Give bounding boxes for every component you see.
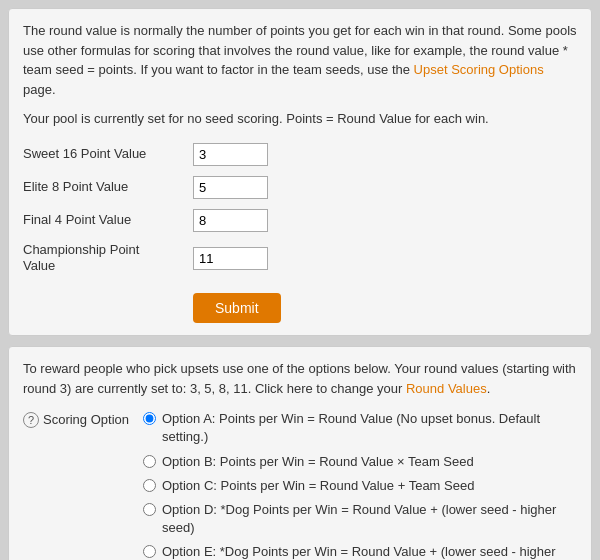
options-list: Option A: Points per Win = Round Value (… (143, 410, 577, 560)
option-c-item: Option C: Points per Win = Round Value +… (143, 477, 577, 495)
option-d-label: Option D: *Dog Points per Win = Round Va… (162, 501, 577, 537)
sweet16-row: Sweet 16 Point Value (23, 143, 577, 166)
upset-intro2: . (487, 381, 491, 396)
option-c-radio[interactable] (143, 479, 156, 492)
option-d-item: Option D: *Dog Points per Win = Round Va… (143, 501, 577, 537)
option-a-radio[interactable] (143, 412, 156, 425)
option-b-item: Option B: Points per Win = Round Value ×… (143, 453, 577, 471)
upset-scoring-link[interactable]: Upset Scoring Options (414, 62, 544, 77)
option-e-radio[interactable] (143, 545, 156, 558)
option-e-label: Option E: *Dog Points per Win = Round Va… (162, 543, 577, 560)
scoring-options-card: To reward people who pick upsets use one… (8, 346, 592, 560)
info-text-part2: page. (23, 82, 56, 97)
round-values-card: The round value is normally the number o… (8, 8, 592, 336)
option-a-label: Option A: Points per Win = Round Value (… (162, 410, 577, 446)
option-e-item: Option E: *Dog Points per Win = Round Va… (143, 543, 577, 560)
scoring-label-text: Scoring Option (43, 412, 129, 427)
option-a-item: Option A: Points per Win = Round Value (… (143, 410, 577, 446)
elite8-input[interactable] (193, 176, 268, 199)
champ-row: Championship PointValue (23, 242, 577, 276)
elite8-row: Elite 8 Point Value (23, 176, 577, 199)
scoring-section: ? Scoring Option Option A: Points per Wi… (23, 410, 577, 560)
elite8-label: Elite 8 Point Value (23, 179, 193, 196)
submit-button-1[interactable]: Submit (193, 293, 281, 323)
round-values-info: The round value is normally the number o… (23, 21, 577, 99)
final4-input[interactable] (193, 209, 268, 232)
option-b-radio[interactable] (143, 455, 156, 468)
upset-intro-text: To reward people who pick upsets use one… (23, 361, 576, 396)
seed-note: Your pool is currently set for no seed s… (23, 109, 577, 129)
option-c-label: Option C: Points per Win = Round Value +… (162, 477, 474, 495)
upset-info: To reward people who pick upsets use one… (23, 359, 577, 398)
final4-row: Final 4 Point Value (23, 209, 577, 232)
champ-input[interactable] (193, 247, 268, 270)
help-icon[interactable]: ? (23, 412, 39, 428)
scoring-option-label: ? Scoring Option (23, 410, 133, 560)
sweet16-input[interactable] (193, 143, 268, 166)
final4-label: Final 4 Point Value (23, 212, 193, 229)
champ-label: Championship PointValue (23, 242, 193, 276)
sweet16-label: Sweet 16 Point Value (23, 146, 193, 163)
option-b-label: Option B: Points per Win = Round Value ×… (162, 453, 474, 471)
round-values-link[interactable]: Round Values (406, 381, 487, 396)
option-d-radio[interactable] (143, 503, 156, 516)
